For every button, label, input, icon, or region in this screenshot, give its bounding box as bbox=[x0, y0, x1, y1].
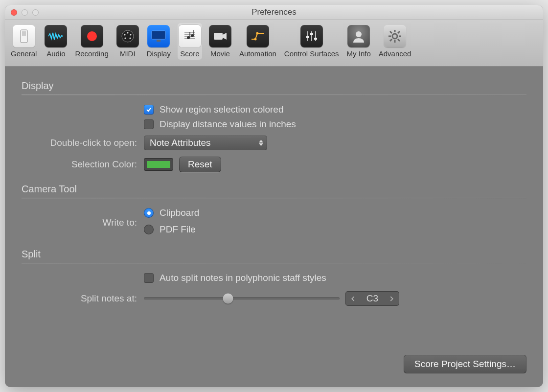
gear-icon bbox=[384, 25, 406, 47]
auto-split-label: Auto split notes in polyphonic staff sty… bbox=[160, 273, 326, 283]
auto-split-checkbox[interactable] bbox=[144, 273, 154, 283]
tab-score[interactable]: Score bbox=[178, 23, 202, 60]
write-to-pdf-radio[interactable] bbox=[144, 225, 154, 234]
svg-rect-18 bbox=[193, 30, 194, 36]
tab-label: MIDI bbox=[120, 49, 136, 58]
automation-icon bbox=[247, 25, 269, 47]
tab-label: Automation bbox=[239, 49, 276, 58]
divider bbox=[22, 94, 526, 95]
distance-inches-checkbox[interactable] bbox=[144, 119, 154, 129]
svg-rect-26 bbox=[306, 36, 309, 38]
tab-label: Advanced bbox=[379, 49, 411, 58]
monitor-icon bbox=[147, 25, 170, 47]
show-region-colored-checkbox[interactable] bbox=[144, 105, 154, 115]
write-to-clipboard-label: Clipboard bbox=[160, 208, 199, 218]
split-value: C3 bbox=[363, 293, 382, 304]
reset-button[interactable]: Reset bbox=[179, 157, 221, 172]
tab-automation[interactable]: Automation bbox=[238, 23, 277, 60]
double-click-select[interactable]: Note Attributes bbox=[144, 136, 267, 150]
svg-point-15 bbox=[187, 36, 190, 39]
record-icon bbox=[81, 25, 103, 47]
tab-movie[interactable]: Movie bbox=[208, 23, 232, 60]
divider bbox=[22, 198, 526, 199]
double-click-value: Note Attributes bbox=[150, 138, 211, 148]
split-notes-slider[interactable] bbox=[144, 294, 340, 303]
tab-label: Display bbox=[147, 49, 171, 58]
svg-marker-40 bbox=[259, 143, 263, 146]
split-value-stepper[interactable]: C3 bbox=[345, 291, 399, 306]
score-project-settings-button[interactable]: Score Project Settings… bbox=[404, 355, 526, 373]
tab-recording[interactable]: Recording bbox=[74, 23, 109, 60]
svg-marker-20 bbox=[223, 33, 227, 40]
svg-point-30 bbox=[392, 34, 397, 39]
svg-point-17 bbox=[191, 34, 194, 37]
selection-color-label: Selection Color: bbox=[22, 159, 144, 170]
svg-point-5 bbox=[124, 34, 125, 35]
updown-icon bbox=[259, 140, 263, 146]
svg-rect-16 bbox=[189, 32, 190, 38]
waveform-icon bbox=[45, 25, 67, 47]
chevron-right-icon bbox=[389, 296, 394, 301]
svg-point-21 bbox=[254, 38, 256, 41]
tab-display[interactable]: Display bbox=[146, 23, 172, 60]
tab-general[interactable]: General bbox=[10, 23, 38, 60]
svg-point-8 bbox=[129, 37, 131, 39]
svg-marker-39 bbox=[259, 140, 263, 142]
faders-icon bbox=[300, 25, 323, 47]
tab-advanced[interactable]: Advanced bbox=[378, 23, 412, 60]
preferences-toolbar: General Audio Recording MIDI Display bbox=[5, 20, 543, 67]
double-click-label: Double-click to open: bbox=[22, 138, 144, 148]
tab-midi[interactable]: MIDI bbox=[115, 23, 140, 60]
tab-label: Recording bbox=[75, 49, 108, 58]
svg-point-2 bbox=[87, 31, 97, 41]
tab-my-info[interactable]: My Info bbox=[346, 23, 372, 60]
selection-color-swatch bbox=[147, 161, 170, 168]
midi-icon bbox=[116, 25, 139, 47]
svg-rect-19 bbox=[214, 33, 223, 40]
svg-line-36 bbox=[398, 39, 400, 41]
tab-label: Control Surfaces bbox=[284, 49, 339, 58]
section-display-title: Display bbox=[22, 80, 526, 92]
chevron-left-icon bbox=[350, 296, 356, 301]
slider-track bbox=[144, 298, 340, 300]
svg-line-38 bbox=[390, 39, 392, 41]
section-camera-title: Camera Tool bbox=[22, 184, 526, 195]
window-title: Preferences bbox=[5, 7, 543, 17]
switch-icon bbox=[13, 25, 35, 47]
svg-point-4 bbox=[127, 32, 128, 33]
svg-rect-28 bbox=[314, 38, 317, 40]
svg-rect-27 bbox=[310, 33, 313, 35]
svg-line-35 bbox=[390, 31, 392, 33]
tab-label: General bbox=[11, 49, 37, 58]
tab-audio[interactable]: Audio bbox=[44, 23, 68, 60]
write-to-clipboard-radio[interactable] bbox=[144, 208, 154, 218]
split-notes-label: Split notes at: bbox=[22, 293, 144, 304]
distance-inches-label: Display distance values in inches bbox=[160, 119, 296, 130]
slider-thumb[interactable] bbox=[223, 294, 233, 304]
svg-point-7 bbox=[124, 37, 126, 39]
write-to-pdf-label: PDF File bbox=[160, 224, 196, 235]
tab-label: My Info bbox=[347, 49, 371, 58]
tab-control-surfaces[interactable]: Control Surfaces bbox=[283, 23, 340, 60]
score-icon bbox=[179, 25, 201, 47]
tab-label: Audio bbox=[46, 49, 65, 58]
selection-color-well[interactable] bbox=[144, 158, 173, 171]
svg-rect-1 bbox=[22, 31, 26, 36]
write-to-label: Write to: bbox=[22, 217, 144, 228]
svg-rect-9 bbox=[152, 31, 165, 39]
svg-point-29 bbox=[356, 31, 362, 37]
tab-label: Score bbox=[180, 49, 199, 58]
section-split-title: Split bbox=[22, 249, 526, 260]
camera-icon bbox=[209, 25, 231, 47]
svg-rect-24 bbox=[311, 31, 312, 41]
svg-point-6 bbox=[130, 34, 131, 35]
person-icon bbox=[347, 25, 370, 47]
tab-label: Movie bbox=[210, 49, 230, 58]
divider bbox=[22, 263, 526, 264]
svg-rect-10 bbox=[157, 40, 160, 42]
svg-point-22 bbox=[256, 32, 258, 35]
svg-line-37 bbox=[398, 31, 400, 33]
show-region-colored-label: Show region selection colored bbox=[160, 104, 284, 115]
